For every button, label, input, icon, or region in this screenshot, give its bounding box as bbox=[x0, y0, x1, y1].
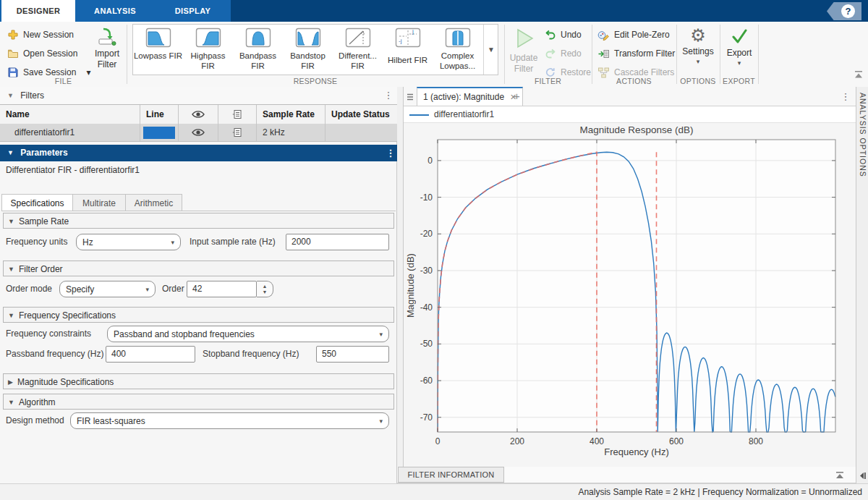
stopband-frequency-field[interactable]: 550 bbox=[316, 346, 389, 363]
filters-panel-header[interactable]: ▼ Filters ⋮ bbox=[0, 87, 397, 105]
hilbert-fir-button[interactable]: j-j Hilbert FIR bbox=[383, 25, 433, 75]
filters-parameters-panel: ▼ Filters ⋮ Name Line Sample Rate Update… bbox=[0, 87, 397, 483]
settings-dropdown-icon: ▾ bbox=[678, 58, 718, 65]
order-field[interactable]: 42 bbox=[187, 281, 257, 297]
differentiator-fir-label: Different... FIR bbox=[333, 51, 383, 72]
update-filter-icon bbox=[511, 26, 536, 51]
filters-table-header: Name Line Sample Rate Update Status bbox=[0, 104, 397, 124]
transform-filter-button[interactable]: Transform Filter bbox=[597, 46, 675, 62]
update-filter-button[interactable]: Update Filter bbox=[506, 25, 541, 75]
plot-legend: differentiatorfir1 bbox=[404, 106, 856, 123]
svg-text:-30: -30 bbox=[420, 266, 433, 276]
column-header-line[interactable]: Line bbox=[140, 105, 179, 124]
bandpass-fir-icon bbox=[245, 27, 271, 48]
figure-list-icon[interactable] bbox=[406, 93, 414, 101]
parameters-panel-header[interactable]: ▼ Parameters ⋮ bbox=[0, 145, 397, 161]
import-filter-button[interactable]: Import Filter bbox=[90, 25, 124, 75]
filter-order-section-header[interactable]: ▼Filter Order bbox=[3, 260, 394, 276]
differentiator-fir-button[interactable]: Different... FIR bbox=[333, 25, 383, 75]
highpass-fir-button[interactable]: Highpass FIR bbox=[183, 25, 233, 75]
column-header-annotation[interactable] bbox=[218, 105, 257, 124]
minimize-ribbon-icon[interactable] bbox=[854, 69, 864, 80]
svg-text:400: 400 bbox=[590, 436, 604, 446]
tab-arithmetic[interactable]: Arithmetic bbox=[126, 194, 182, 211]
input-sample-rate-field[interactable]: 2000 bbox=[286, 234, 389, 250]
passband-frequency-field[interactable]: 400 bbox=[106, 346, 195, 363]
svg-text:-j: -j bbox=[399, 38, 402, 44]
parameters-subtitle: Differentiator FIR - differentiatorfir1 bbox=[6, 161, 140, 179]
gear-icon: ⚙ bbox=[678, 25, 718, 46]
restore-panel-icon[interactable] bbox=[857, 470, 867, 480]
tab-designer[interactable]: DESIGNER bbox=[1, 0, 75, 22]
input-sample-rate-label: Input sample rate (Hz) bbox=[190, 234, 276, 250]
frequency-units-select[interactable]: Hz ▾ bbox=[76, 234, 181, 250]
column-header-update-status[interactable]: Update Status bbox=[326, 105, 397, 124]
export-label: Export bbox=[721, 48, 757, 59]
svg-text:0: 0 bbox=[427, 156, 433, 166]
order-mode-value: Specify bbox=[66, 284, 145, 295]
frequency-constraints-select[interactable]: Passband and stopband frequencies ▾ bbox=[107, 326, 389, 342]
stopband-frequency-label: Stopband frequency (Hz) bbox=[203, 346, 299, 363]
filters-menu-icon[interactable]: ⋮ bbox=[383, 87, 393, 104]
filter-annotation-cell[interactable] bbox=[218, 124, 257, 141]
column-header-sample-rate[interactable]: Sample Rate bbox=[257, 105, 326, 124]
new-session-button[interactable]: New Session bbox=[7, 27, 74, 43]
redo-button[interactable]: Redo bbox=[545, 46, 582, 62]
settings-button[interactable]: ⚙ Settings ▾ bbox=[678, 25, 718, 75]
tab-display-options[interactable]: DISPLAY OPTIONS bbox=[155, 0, 231, 22]
stepper-down-icon[interactable]: ▼ bbox=[263, 289, 268, 295]
parameters-menu-icon[interactable]: ⋮ bbox=[386, 145, 396, 161]
expand-panel-icon[interactable] bbox=[835, 470, 845, 480]
algorithm-section-header[interactable]: ▼Algorithm bbox=[3, 394, 394, 410]
svg-text:-10: -10 bbox=[420, 192, 433, 203]
cascade-filters-label: Cascade Filters bbox=[614, 67, 674, 77]
order-stepper[interactable]: ▲▼ bbox=[257, 281, 273, 297]
collapse-icon: ▼ bbox=[8, 261, 14, 277]
stepper-up-icon[interactable]: ▲ bbox=[263, 284, 268, 289]
filter-table-row[interactable]: differentiatorfir1 2 kHz bbox=[0, 124, 397, 142]
tab-specifications[interactable]: Specifications bbox=[1, 194, 73, 211]
dock-cell bbox=[856, 467, 868, 483]
edit-pole-zero-button[interactable]: Edit Pole-Zero bbox=[597, 27, 670, 43]
complex-lowpass-button[interactable]: Complex Lowpas... bbox=[433, 25, 482, 75]
legend-item[interactable]: differentiatorfir1 bbox=[434, 109, 494, 119]
options-section-label: OPTIONS bbox=[676, 77, 720, 85]
magnitude-plot-tab[interactable]: 1 (active): Magnitude ✕ bbox=[417, 87, 523, 106]
panel-divider[interactable] bbox=[397, 87, 404, 483]
plot-tab-label: 1 (active): Magnitude bbox=[423, 92, 504, 102]
tab-multirate[interactable]: Multirate bbox=[73, 194, 126, 211]
transform-filter-icon bbox=[597, 48, 610, 60]
column-header-name[interactable]: Name bbox=[0, 105, 140, 124]
help-button[interactable]: ? bbox=[827, 2, 861, 20]
filter-visibility-cell[interactable] bbox=[179, 124, 218, 141]
tab-analysis[interactable]: ANALYSIS bbox=[75, 0, 155, 22]
filter-line-cell[interactable] bbox=[140, 124, 179, 141]
filter-update-status-cell bbox=[326, 124, 397, 141]
analysis-options-strip[interactable]: ANALYSIS OPTIONS bbox=[856, 87, 868, 467]
frequency-specs-section-header[interactable]: ▼Frequency Specifications bbox=[3, 307, 394, 323]
edit-pole-zero-label: Edit Pole-Zero bbox=[614, 30, 670, 40]
bandstop-fir-button[interactable]: Bandstop FIR bbox=[283, 25, 333, 75]
filter-name-cell[interactable]: differentiatorfir1 bbox=[0, 124, 140, 141]
section-separator bbox=[592, 25, 592, 84]
export-button[interactable]: Export ▾ bbox=[721, 25, 757, 75]
undo-button[interactable]: Undo bbox=[545, 27, 582, 43]
filters-panel-title: Filters bbox=[20, 90, 44, 101]
design-method-select[interactable]: FIR least-squares ▾ bbox=[70, 412, 389, 429]
open-session-button[interactable]: Open Session bbox=[7, 46, 77, 62]
filters-collapse-icon[interactable]: ▼ bbox=[7, 87, 14, 104]
line-color-swatch[interactable] bbox=[143, 127, 175, 139]
filter-information-button[interactable]: FILTER INFORMATION bbox=[398, 467, 504, 483]
parameters-collapse-icon[interactable]: ▼ bbox=[7, 145, 14, 161]
sample-rate-section-header[interactable]: ▼Sample Rate bbox=[3, 213, 394, 229]
bandpass-fir-button[interactable]: Bandpass FIR bbox=[233, 25, 283, 75]
hilbert-fir-label: Hilbert FIR bbox=[383, 56, 433, 66]
plot-menu-icon[interactable]: ⋮ bbox=[841, 91, 851, 102]
chevron-down-icon: ▾ bbox=[145, 286, 149, 293]
order-mode-select[interactable]: Specify ▾ bbox=[59, 281, 156, 297]
new-plot-tab-button[interactable]: + bbox=[514, 90, 520, 102]
magnitude-specs-section-header[interactable]: ▶Magnitude Specifications bbox=[3, 373, 394, 389]
gallery-expand-arrow-icon[interactable]: ▼ bbox=[483, 25, 498, 75]
column-header-visibility[interactable] bbox=[179, 105, 218, 124]
lowpass-fir-button[interactable]: Lowpass FIR bbox=[133, 25, 183, 75]
